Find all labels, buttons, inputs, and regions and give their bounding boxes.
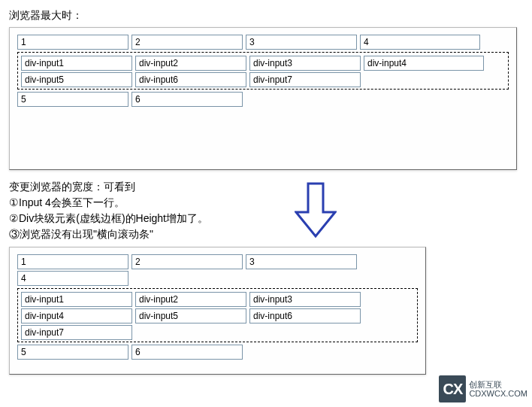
table-row: div-input5 div-input6 div-input7 <box>21 71 505 88</box>
cell-input[interactable]: 3 <box>246 35 357 50</box>
div-block-dashed: div-input1 div-input2 div-input3 div-inp… <box>17 288 418 342</box>
table-row: 1 2 3 4 <box>17 34 509 50</box>
notes-heading: 变更浏览器的宽度：可看到 <box>9 179 523 195</box>
div-block-dashed: div-input1 div-input2 div-input3 div-inp… <box>17 52 509 90</box>
brand-logo-mark: CX <box>439 375 466 391</box>
cell-div-input[interactable]: div-input4 <box>364 56 484 71</box>
cell-input[interactable]: 4 <box>17 271 128 286</box>
cell-input[interactable]: 1 <box>17 35 128 50</box>
notes-item: ①Input 4会换至下一行。 <box>9 195 523 211</box>
cell-div-input[interactable]: div-input3 <box>249 56 361 71</box>
cell-div-input[interactable]: div-input5 <box>135 308 246 323</box>
cell-input[interactable]: 2 <box>131 254 243 269</box>
table-row: 1 2 3 <box>17 254 418 270</box>
panel-browser-wide: 1 2 3 4 div-input1 div-input2 div-input3… <box>9 27 517 170</box>
cell-div-input[interactable]: div-input4 <box>21 308 132 323</box>
brand-logo-text: 创新互联 CDXWCX.COM <box>469 380 527 391</box>
caption-top: 浏览器最大时： <box>9 9 523 23</box>
table-row: div-input1 div-input2 div-input3 <box>21 291 414 308</box>
cell-div-input[interactable]: div-input1 <box>21 292 132 307</box>
cell-input[interactable]: 6 <box>131 92 243 107</box>
cell-input[interactable]: 6 <box>131 345 243 360</box>
cell-input[interactable]: 2 <box>131 35 243 50</box>
brand-logo: CX 创新互联 CDXWCX.COM <box>439 375 527 391</box>
cell-input[interactable]: 5 <box>17 345 128 360</box>
cell-input[interactable]: 3 <box>246 254 357 269</box>
notes-item: ②Div块级元素(虚线边框)的Height增加了。 <box>9 211 523 226</box>
cell-div-input[interactable]: div-input7 <box>21 325 132 340</box>
cell-div-input[interactable]: div-input2 <box>135 292 246 307</box>
cell-input[interactable]: 4 <box>360 35 480 50</box>
cell-div-input[interactable]: div-input5 <box>21 72 132 87</box>
table-row: 5 6 <box>17 344 418 360</box>
notes-block: 变更浏览器的宽度：可看到 ①Input 4会换至下一行。 ②Div块级元素(虚线… <box>9 179 523 242</box>
cell-div-input[interactable]: div-input6 <box>135 72 246 87</box>
cell-div-input[interactable]: div-input6 <box>249 308 361 323</box>
table-row: div-input4 div-input5 div-input6 <box>21 308 414 324</box>
cell-input[interactable]: 1 <box>17 254 128 269</box>
notes-item: ③浏览器没有出现"横向滚动条" <box>9 226 523 242</box>
cell-input[interactable]: 5 <box>17 92 128 107</box>
panel-browser-narrow: 1 2 3 4 div-input1 div-input2 div-input3… <box>9 247 426 375</box>
cell-div-input[interactable]: div-input7 <box>249 72 361 87</box>
table-row: 4 <box>17 270 418 287</box>
table-row: div-input1 div-input2 div-input3 div-inp… <box>21 55 505 71</box>
down-arrow-icon <box>295 182 337 240</box>
table-row: 5 6 <box>17 91 509 108</box>
cell-div-input[interactable]: div-input3 <box>249 292 361 307</box>
table-row: div-input7 <box>21 324 414 341</box>
cell-div-input[interactable]: div-input2 <box>135 56 246 71</box>
cell-div-input[interactable]: div-input1 <box>21 56 132 71</box>
